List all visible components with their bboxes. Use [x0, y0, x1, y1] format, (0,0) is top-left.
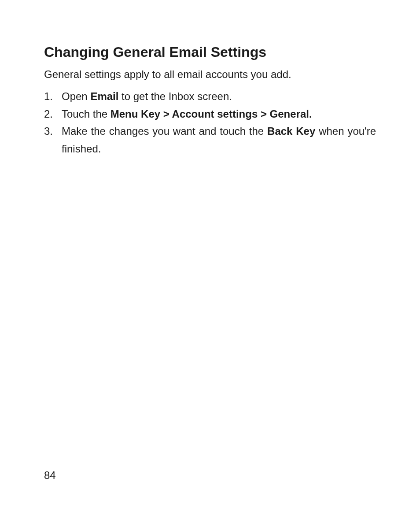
section-heading: Changing General Email Settings	[44, 44, 376, 60]
step-text: Open Email to get the Inbox screen.	[62, 90, 232, 102]
step-number: 3.	[44, 122, 53, 140]
step-item: 1. Open Email to get the Inbox screen.	[44, 88, 376, 105]
steps-list: 1. Open Email to get the Inbox screen. 2…	[44, 88, 376, 157]
step-number: 1.	[44, 88, 53, 105]
step-number: 2.	[44, 105, 53, 123]
step-item: 3. Make the changes you want and touch t…	[44, 122, 376, 157]
step-text: Make the changes you want and touch the …	[62, 125, 376, 155]
intro-text: General settings apply to all email acco…	[44, 68, 376, 81]
step-text: Touch the Menu Key > Account settings > …	[62, 108, 312, 120]
step-item: 2. Touch the Menu Key > Account settings…	[44, 105, 376, 123]
page-number: 84	[44, 469, 56, 482]
